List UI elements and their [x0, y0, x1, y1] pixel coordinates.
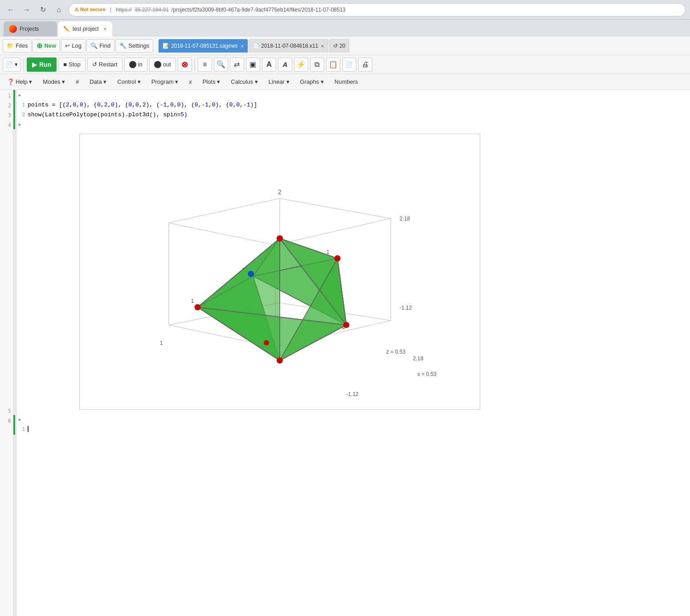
- new-button[interactable]: ⊕ New: [33, 39, 60, 53]
- row-6[interactable]: 1: [17, 424, 690, 434]
- axis-label-right-top: 2.18: [400, 216, 410, 222]
- line-num-2: 2: [0, 101, 13, 110]
- search-button[interactable]: 🔍: [214, 57, 228, 72]
- page-button[interactable]: ▣: [246, 57, 260, 72]
- code-line-2[interactable]: show(LatticePolytope(points).plot3d(), s…: [28, 111, 188, 118]
- cell-num-1: 1: [17, 102, 25, 107]
- toggle-arrow-1[interactable]: ▸: [19, 92, 21, 98]
- code-content[interactable]: ▸ 1 points = [(2,0,0), (0,2,0), (0,0,2),…: [17, 90, 690, 616]
- menu-numbers[interactable]: Numbers: [329, 77, 363, 87]
- menu-program[interactable]: Program ▾: [146, 77, 184, 87]
- output-space: [0, 130, 13, 406]
- menu-calculus[interactable]: Calculus ▾: [225, 77, 263, 87]
- toggle-arrow-5[interactable]: ▸: [19, 416, 21, 422]
- active-file-tab[interactable]: 📝 2018-11-07-085131.sagews ×: [159, 39, 248, 53]
- stop-button[interactable]: ■ Stop: [58, 57, 86, 72]
- line-num-5: 5: [0, 406, 13, 416]
- url-prefix: https://: [116, 7, 132, 13]
- modes-label: Modes ▾: [43, 78, 65, 85]
- print-button[interactable]: 🖨: [358, 57, 372, 72]
- out-button[interactable]: out: [149, 57, 176, 72]
- tab-edit-icon: ✏️: [63, 26, 70, 32]
- bold-a-button[interactable]: A: [262, 57, 276, 72]
- browser-tab-test-project[interactable]: ✏️ test project ×: [58, 21, 112, 37]
- forward-button[interactable]: →: [20, 4, 33, 16]
- out-icon: [154, 61, 161, 68]
- cell-num-2: 2: [17, 112, 25, 117]
- help-label: Help ▾: [16, 78, 32, 85]
- code-line-1[interactable]: points = [(2,0,0), (0,2,0), (0,0,2), (-1…: [28, 102, 257, 108]
- pdf-button[interactable]: 📄: [342, 57, 356, 72]
- stop-icon: ■: [63, 61, 67, 68]
- inactive-file-icon: 📄: [253, 43, 259, 49]
- line-num-6: 6: [0, 416, 13, 426]
- menu-graphs[interactable]: Graphs ▾: [295, 77, 329, 87]
- axis-label-right-bot: 2.18: [413, 355, 424, 362]
- settings-button[interactable]: 🔧 Settings: [115, 39, 153, 53]
- vertex-left: [195, 304, 201, 310]
- in-button[interactable]: in: [124, 57, 147, 72]
- files-icon: 📁: [7, 42, 14, 49]
- address-bar[interactable]: ⚠ Not secure | https://35.227.184.91/pro…: [69, 3, 686, 16]
- sep1: [24, 58, 24, 71]
- cocalc-logo: [9, 25, 17, 33]
- file-tab-icon: 📝: [163, 43, 169, 49]
- menu-hash[interactable]: #: [70, 77, 84, 87]
- extra-tab[interactable]: ↺ 20: [329, 39, 349, 53]
- back-button[interactable]: ←: [4, 4, 17, 16]
- log-label: Log: [72, 42, 82, 49]
- browser-tab-projects[interactable]: Projects: [4, 21, 57, 37]
- lightning-button[interactable]: ⚡: [294, 57, 308, 72]
- reload-button[interactable]: ↻: [37, 4, 49, 16]
- security-warning: ⚠ Not secure: [74, 7, 106, 12]
- tab-close-button[interactable]: ×: [103, 25, 107, 33]
- menu-x[interactable]: x: [184, 77, 197, 87]
- line-num-3: 3: [0, 110, 13, 120]
- restart-label: Restart: [99, 61, 118, 68]
- axis-label-right-mid: -1.12: [400, 305, 412, 311]
- find-icon: 🔍: [90, 42, 98, 49]
- files-button[interactable]: 📁 Files: [3, 39, 32, 53]
- doc-button[interactable]: 📄 ▾: [3, 57, 21, 72]
- active-file-label: 2018-11-07-085131.sagews: [171, 43, 237, 49]
- axis-label-x: x = 0.53: [417, 371, 437, 377]
- editor-area: 1 2 3 4 5 6 ▸ 1 points = [(2,0,0), (0,2,…: [0, 90, 690, 616]
- vertex-top: [277, 235, 283, 241]
- italic-a-icon: A: [283, 61, 288, 68]
- log-button[interactable]: ↩ Log: [61, 39, 86, 53]
- copy-button[interactable]: ⧉: [310, 57, 324, 72]
- paste-button[interactable]: 📋: [326, 57, 340, 72]
- italic-a-button[interactable]: A: [278, 57, 292, 72]
- browser-chrome: ← → ↻ ⌂ ⚠ Not secure | https://35.227.18…: [0, 0, 690, 20]
- close-x-button[interactable]: ⊗: [178, 57, 192, 72]
- restart-button[interactable]: ↺ Restart: [87, 57, 122, 72]
- calculus-label: Calculus ▾: [231, 78, 257, 85]
- menu-data[interactable]: Data ▾: [84, 77, 112, 87]
- program-label: Program ▾: [151, 78, 178, 85]
- inactive-file-tab[interactable]: 📄 2018-11-07-084618.x11 ×: [249, 39, 328, 53]
- toggle-arrow-4[interactable]: ▸: [19, 122, 21, 127]
- home-button[interactable]: ⌂: [53, 4, 65, 16]
- page-icon: ▣: [249, 60, 256, 69]
- restart-icon: ↺: [92, 61, 97, 68]
- menu-plots[interactable]: Plots ▾: [197, 77, 226, 87]
- print-icon: 🖨: [362, 61, 369, 69]
- plot-output: 2 2.18 -1.12 2.18 x = 0.53 -1.12 1 z = 0…: [79, 134, 480, 410]
- menu-help[interactable]: ❓ Help ▾: [2, 77, 37, 87]
- find-button[interactable]: 🔍 Find: [86, 39, 114, 53]
- swap-icon: ⇄: [234, 60, 240, 69]
- inactive-file-close[interactable]: ×: [321, 43, 324, 49]
- active-file-close[interactable]: ×: [241, 43, 244, 49]
- close-x-icon: ⊗: [181, 60, 188, 69]
- swap-button[interactable]: ⇄: [230, 57, 244, 72]
- sep2: [195, 58, 195, 71]
- out-label: out: [163, 61, 171, 68]
- align-button[interactable]: ≡: [198, 57, 212, 72]
- menu-control[interactable]: Control ▾: [112, 77, 146, 87]
- line-numbers: 1 2 3 4 5 6: [0, 90, 13, 616]
- help-icon: ❓: [7, 78, 14, 85]
- run-button[interactable]: ▶ Run: [27, 57, 57, 72]
- menu-modes[interactable]: Modes ▾: [37, 77, 70, 87]
- in-icon: [129, 61, 136, 68]
- menu-linear[interactable]: Linear ▾: [263, 77, 295, 87]
